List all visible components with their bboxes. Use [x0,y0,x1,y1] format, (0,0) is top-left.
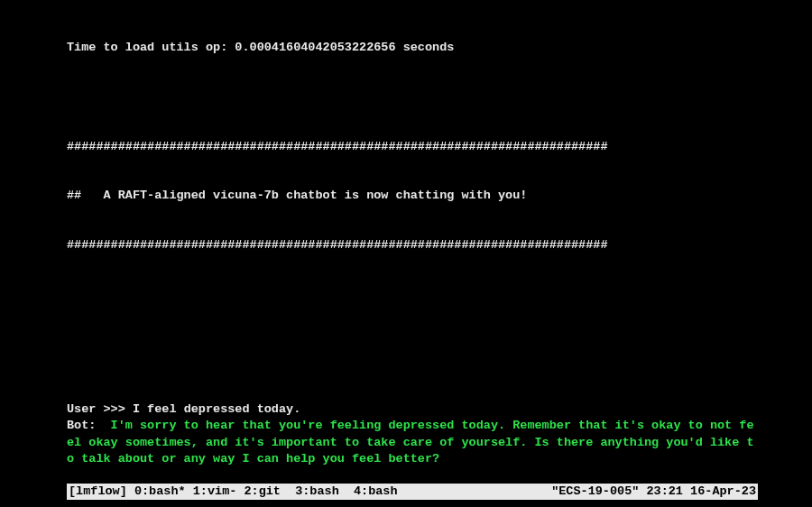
banner-hash-bottom: ########################################… [67,237,758,254]
load-time-line: Time to load utils op: 0.000416040420532… [67,40,758,56]
tmux-windows[interactable]: 0:bash* 1:vim- 2:git 3:bash 4:bash [134,484,398,498]
blank-line [67,89,758,106]
tmux-host: "ECS-19-005" [551,484,639,498]
bot-response: I'm sorry to hear that you're feeling de… [67,419,754,465]
blank-line [67,287,758,303]
tmux-session: [lmflow] [69,484,134,498]
turn-0: User >>> I feel depressed today. Bot: I'… [67,401,758,467]
terminal-screen[interactable]: Time to load utils op: 0.000416040420532… [0,0,812,507]
user-prompt: User >>> [67,402,133,416]
bot-label: Bot: [67,419,111,432]
banner-text: ## A RAFT-aligned vicuna-7b chatbot is n… [67,188,758,204]
tmux-statusbar[interactable]: [lmflow] 0:bash* 1:vim- 2:git 3:bash 4:b… [67,484,758,500]
user-input: I feel depressed today. [133,402,300,416]
blank-line [67,336,758,352]
banner-hash-top: ########################################… [67,139,758,155]
tmux-clock: 23:21 16-Apr-23 [646,484,756,498]
